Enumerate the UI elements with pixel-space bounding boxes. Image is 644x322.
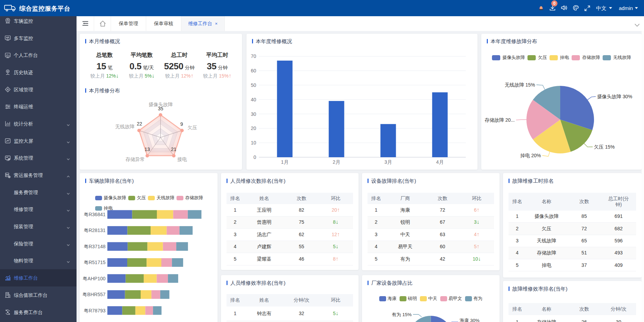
svg-text:掉电 20%: 掉电 20% [520,153,541,158]
svg-text:4月: 4月 [436,159,444,165]
svg-text:有为 15%: 有为 15% [392,312,412,317]
svg-text:粤BHR557: 粤BHR557 [82,292,105,297]
svg-text:2月: 2月 [333,159,340,165]
svg-text:70: 70 [251,53,256,59]
svg-text:0: 0 [253,154,256,160]
svg-text:粤R37148: 粤R37148 [84,244,105,249]
svg-text:50: 50 [251,82,256,88]
svg-text:存储故障 20...: 存储故障 20... [485,117,515,123]
svg-text:欠压 15%: 欠压 15% [594,144,615,150]
svg-text:接电: 接电 [177,157,187,162]
svg-text:40: 40 [251,97,256,102]
svg-text:10: 10 [251,140,256,145]
svg-text:9: 9 [180,121,183,127]
svg-text:存储异常: 存储异常 [125,157,145,162]
svg-text:3月: 3月 [384,159,392,165]
svg-text:欠压: 欠压 [188,125,197,130]
svg-text:无线故障 15%: 无线故障 15% [505,82,535,88]
svg-text:35: 35 [158,106,163,111]
svg-text:海康 30%: 海康 30% [460,318,480,322]
svg-text:60: 60 [251,68,256,73]
svg-text:无线故障: 无线故障 [115,124,134,129]
svg-text:粤AHP100: 粤AHP100 [83,276,105,281]
svg-text:粤R28131: 粤R28131 [84,228,105,233]
svg-text:20: 20 [251,125,256,131]
svg-text:1月: 1月 [281,159,289,165]
svg-text:21: 21 [171,147,177,152]
svg-text:摄像头故障 30%: 摄像头故障 30% [597,94,632,99]
svg-text:13: 13 [144,147,150,152]
svg-text:粤R78793: 粤R78793 [84,308,105,313]
svg-text:粤R36841: 粤R36841 [84,212,105,217]
svg-text:22: 22 [137,121,142,127]
svg-text:30: 30 [251,111,256,117]
svg-text:粤R51715: 粤R51715 [84,260,105,265]
